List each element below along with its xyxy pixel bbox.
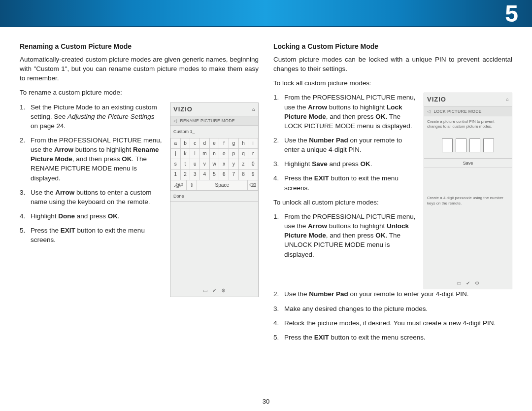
page-body: Renaming a Custom Picture Mode Automatic… — [0, 36, 532, 347]
gear-icon: ⚙ — [221, 287, 226, 294]
pin-digit — [469, 138, 480, 152]
space-key: Space — [197, 180, 248, 191]
screen-footer-icons: ▭✔⚙ — [424, 278, 512, 289]
left-column: Renaming a Custom Picture Mode Automatic… — [20, 42, 259, 347]
pin-digit — [483, 138, 494, 152]
check-icon: ✔ — [466, 280, 470, 287]
pin-input-row — [424, 133, 512, 158]
pin-digit — [442, 138, 453, 152]
step-4: Highlight Done and press OK. — [20, 211, 163, 221]
kbd-row-3: stuvwxyz0 — [170, 159, 258, 170]
pin-hint-bottom: Create a 4 digit passcode using the numb… — [424, 193, 512, 209]
on-screen-keyboard: abcdefghi jklmnopqr stuvwxyz0 123456789 … — [170, 138, 258, 191]
symbols-key: .@# — [170, 180, 187, 191]
gear-icon: ⚙ — [475, 280, 479, 287]
right-column: Locking a Custom Picture Mode Custom pic… — [273, 42, 512, 347]
breadcrumb: LOCK PICTURE MODE — [424, 107, 512, 116]
chapter-header: 5 — [0, 0, 532, 26]
rename-mode-screen: VIZIO ⌂ RENAME PICTURE MODE Custom 1_ ab… — [170, 103, 259, 297]
lock-step-1: From the PROFESSIONAL PICTURE menu, use … — [273, 93, 417, 131]
home-icon: ⌂ — [506, 96, 509, 103]
unlock-step-4: Relock the picture modes, if desired. Yo… — [273, 318, 512, 328]
unlock-step-2: Use the Number Pad on your remote to ent… — [273, 289, 512, 299]
left-lead: To rename a custom picture mode: — [20, 88, 259, 97]
step-3: Use the Arrow buttons to enter a custom … — [20, 188, 163, 206]
pin-hint-top: Create a picture control PIN to prevent … — [424, 116, 512, 133]
chapter-number: 5 — [505, 0, 518, 27]
step-1: Set the Picture Mode to an existing cust… — [20, 103, 163, 131]
step-2: From the PROFESSIONAL PICTURE menu, use … — [20, 136, 163, 183]
lock-step-2: Use the Number Pad on your remote to ent… — [273, 136, 417, 154]
step-5: Press the EXIT button to exit the menu s… — [20, 226, 163, 244]
lock-steps: From the PROFESSIONAL PICTURE menu, use … — [273, 93, 417, 192]
backspace-key: ⌫ — [248, 180, 258, 191]
breadcrumb: RENAME PICTURE MODE — [170, 116, 258, 126]
screen-footer-icons: ▭✔⚙ — [170, 285, 258, 296]
unlock-step-5: Press the EXIT button to exit the menu s… — [273, 333, 512, 342]
divider — [0, 26, 532, 27]
home-icon: ⌂ — [252, 106, 255, 113]
unlock-step-1: From the PROFESSIONAL PICTURE menu, use … — [273, 212, 417, 259]
unlock-steps: From the PROFESSIONAL PICTURE menu, use … — [273, 212, 417, 259]
unlock-step-3: Make any desired changes to the picture … — [273, 304, 512, 313]
kbd-row-4: 123456789 — [170, 170, 258, 180]
kbd-row-1: abcdefghi — [170, 138, 258, 149]
left-intro: Automatically-created custom picture mod… — [20, 55, 259, 83]
left-heading: Renaming a Custom Picture Mode — [20, 42, 259, 52]
page-number: 30 — [0, 398, 532, 405]
kbd-row-space: .@#⇧Space⌫ — [170, 180, 258, 191]
unlock-lead: To unlock all custom picture modes: — [273, 198, 417, 207]
right-heading: Locking a Custom Picture Mode — [273, 42, 512, 52]
name-input: Custom 1_ — [170, 126, 258, 138]
lock-step-3: Highlight Save and press OK. — [273, 159, 417, 169]
done-button: Done — [170, 191, 258, 202]
lock-mode-screen: VIZIO ⌂ LOCK PICTURE MODE Create a pictu… — [424, 93, 512, 289]
lock-lead: To lock all custom picture modes: — [273, 78, 512, 88]
right-intro: Custom picture modes can be locked with … — [273, 55, 512, 73]
kbd-row-2: jklmnopqr — [170, 149, 258, 159]
save-button: Save — [424, 158, 512, 169]
rename-steps: Set the Picture Mode to an existing cust… — [20, 103, 163, 245]
check-icon: ✔ — [212, 287, 216, 294]
wide-icon: ▭ — [203, 287, 207, 294]
wide-icon: ▭ — [457, 280, 461, 287]
lock-step-4: Press the EXIT button to exit the menu s… — [273, 173, 417, 192]
unlock-steps-cont: Use the Number Pad on your remote to ent… — [273, 289, 512, 342]
vizio-brand: VIZIO — [427, 95, 446, 104]
shift-key: ⇧ — [187, 180, 197, 191]
vizio-brand: VIZIO — [173, 105, 193, 114]
pin-digit — [456, 138, 466, 152]
